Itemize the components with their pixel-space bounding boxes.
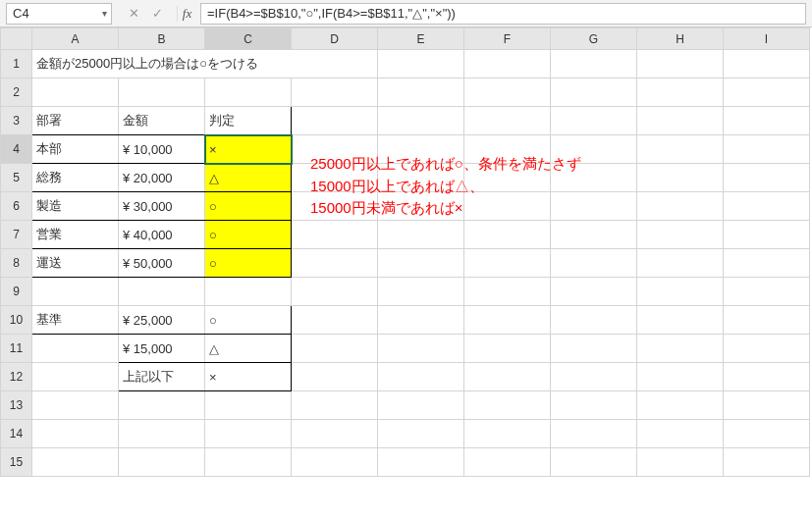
col-header-F[interactable]: F [464,28,551,50]
cell-H9[interactable] [637,278,724,306]
col-header-H[interactable]: H [637,28,724,50]
cell-A4[interactable]: 本部 [32,135,119,164]
cell-H13[interactable] [637,391,724,420]
cell-A7[interactable]: 営業 [32,221,119,249]
row-header-6[interactable]: 6 [1,192,32,221]
cell-B15[interactable] [119,448,205,477]
cell-F10[interactable] [464,306,551,335]
cell-G3[interactable] [551,107,637,135]
cell-H1[interactable] [637,50,724,78]
col-header-A[interactable]: A [32,28,119,50]
cell-I7[interactable] [724,221,810,249]
cell-H6[interactable] [637,192,724,221]
cell-A8[interactable]: 運送 [32,249,119,278]
cell-A3[interactable]: 部署 [32,107,119,135]
cell-E15[interactable] [378,448,464,477]
col-header-G[interactable]: G [551,28,637,50]
row-header-11[interactable]: 11 [1,335,32,363]
cell-H10[interactable] [637,306,724,335]
cell-H12[interactable] [637,363,724,391]
cell-I14[interactable] [724,420,810,448]
cell-E13[interactable] [378,391,464,420]
cell-I9[interactable] [724,278,810,306]
cell-D9[interactable] [292,278,378,306]
cell-F3[interactable] [464,107,551,135]
cell-I1[interactable] [724,50,810,78]
cell-C9[interactable] [205,278,292,306]
cell-C14[interactable] [205,420,292,448]
cell-E11[interactable] [378,335,464,363]
cell-E12[interactable] [378,363,464,391]
col-header-B[interactable]: B [119,28,205,50]
row-header-3[interactable]: 3 [1,107,32,135]
cell-E14[interactable] [378,420,464,448]
cell-G15[interactable] [551,448,637,477]
cell-I10[interactable] [724,306,810,335]
name-box[interactable]: C4 ▾ [6,3,112,25]
cell-E1[interactable] [378,50,464,78]
cell-G14[interactable] [551,420,637,448]
cell-H11[interactable] [637,335,724,363]
cell-C13[interactable] [205,391,292,420]
col-header-D[interactable]: D [292,28,378,50]
cell-C10[interactable]: ○ [205,306,292,335]
row-header-12[interactable]: 12 [1,363,32,391]
cell-C15[interactable] [205,448,292,477]
row-header-13[interactable]: 13 [1,391,32,420]
cell-B8[interactable]: ¥ 50,000 [119,249,205,278]
cell-G8[interactable] [551,249,637,278]
cell-H2[interactable] [637,78,724,107]
formula-bar[interactable]: =IF(B4>=$B$10,"○",IF(B4>=$B$11,"△","×")) [200,3,806,25]
row-header-2[interactable]: 2 [1,78,32,107]
cell-E10[interactable] [378,306,464,335]
cell-C12[interactable]: × [205,363,292,391]
cell-B2[interactable] [119,78,205,107]
cell-F8[interactable] [464,249,551,278]
cell-I6[interactable] [724,192,810,221]
row-header-7[interactable]: 7 [1,221,32,249]
cell-F13[interactable] [464,391,551,420]
cell-G12[interactable] [551,363,637,391]
cell-A12[interactable] [32,363,119,391]
fx-icon[interactable]: fx [177,6,192,22]
cell-F15[interactable] [464,448,551,477]
cell-B5[interactable]: ¥ 20,000 [119,164,205,192]
cell-C4[interactable]: × [205,135,292,164]
col-header-C[interactable]: C [205,28,292,50]
row-header-1[interactable]: 1 [1,50,32,78]
cell-B12[interactable]: 上記以下 [119,363,205,391]
row-header-10[interactable]: 10 [1,306,32,335]
cell-D7[interactable] [292,221,378,249]
cell-H5[interactable] [637,164,724,192]
name-box-dropdown-icon[interactable]: ▾ [102,8,107,19]
cell-I5[interactable] [724,164,810,192]
confirm-icon[interactable]: ✓ [149,6,165,21]
cell-C7[interactable]: ○ [205,221,292,249]
cell-E8[interactable] [378,249,464,278]
cell-A14[interactable] [32,420,119,448]
cell-A6[interactable]: 製造 [32,192,119,221]
cell-I15[interactable] [724,448,810,477]
cell-C3[interactable]: 判定 [205,107,292,135]
cell-F11[interactable] [464,335,551,363]
cell-I12[interactable] [724,363,810,391]
cell-F1[interactable] [464,50,551,78]
row-header-9[interactable]: 9 [1,278,32,306]
cancel-icon[interactable]: ✕ [126,6,141,21]
cell-D2[interactable] [292,78,378,107]
cell-D3[interactable] [292,107,378,135]
cell-D12[interactable] [292,363,378,391]
cell-I3[interactable] [724,107,810,135]
cell-A11[interactable] [32,335,119,363]
cell-G13[interactable] [551,391,637,420]
cell-B13[interactable] [119,391,205,420]
cell-F14[interactable] [464,420,551,448]
cell-D14[interactable] [292,420,378,448]
cell-B10[interactable]: ¥ 25,000 [119,306,205,335]
row-header-15[interactable]: 15 [1,448,32,477]
cell-D11[interactable] [292,335,378,363]
cell-I2[interactable] [724,78,810,107]
col-header-E[interactable]: E [378,28,464,50]
cell-A5[interactable]: 総務 [32,164,119,192]
col-header-I[interactable]: I [724,28,810,50]
